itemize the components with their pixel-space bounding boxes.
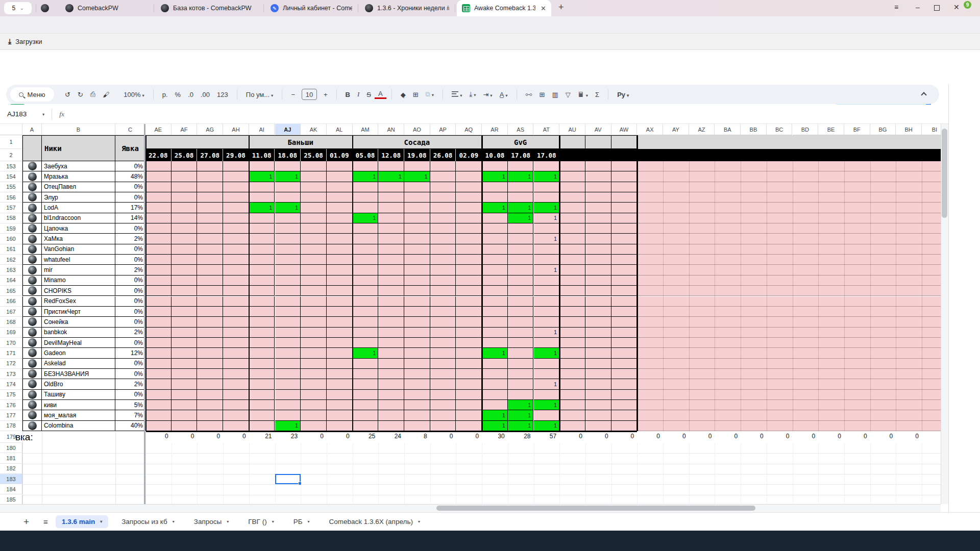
column-header-AV[interactable]: AV xyxy=(585,124,611,135)
attendance-cell[interactable] xyxy=(534,286,560,296)
attendance-pct-cell[interactable]: 12% xyxy=(115,348,145,358)
attendance-cell[interactable] xyxy=(585,369,611,379)
attendance-cell[interactable] xyxy=(534,182,560,192)
summary-value[interactable]: 24 xyxy=(378,433,401,440)
attendance-cell[interactable] xyxy=(301,421,327,431)
selected-cell[interactable] xyxy=(275,474,301,484)
attendance-cell[interactable] xyxy=(327,244,353,255)
attendance-cell[interactable] xyxy=(172,286,198,296)
attendance-cell[interactable] xyxy=(404,182,430,192)
avatar-cell[interactable] xyxy=(22,213,42,223)
attendance-pct-cell[interactable]: 0% xyxy=(115,192,145,203)
attendance-cell[interactable] xyxy=(275,328,301,338)
merge-cells-button[interactable]: ⧉▾ xyxy=(422,90,438,98)
horizontal-scrollbar-thumb[interactable] xyxy=(436,506,755,511)
attendance-cell[interactable] xyxy=(559,379,585,389)
attendance-cell[interactable] xyxy=(197,182,223,192)
attendance-cell[interactable] xyxy=(585,171,611,182)
attendance-cell[interactable] xyxy=(430,223,456,234)
date-header[interactable]: 17.08 xyxy=(534,149,560,161)
attendance-cell[interactable] xyxy=(223,317,249,327)
avatar-cell[interactable] xyxy=(22,348,42,358)
attendance-cell[interactable] xyxy=(145,182,172,192)
attendance-cell[interactable] xyxy=(404,390,430,400)
sheet-tab[interactable]: Запросы из кб▾ xyxy=(115,515,181,528)
row-header-159[interactable]: 159 xyxy=(0,223,22,234)
summary-value[interactable]: 0 xyxy=(145,433,168,440)
attendance-cell[interactable] xyxy=(249,255,275,265)
attendance-cell[interactable] xyxy=(585,286,611,296)
column-header-AU[interactable]: AU xyxy=(559,124,585,135)
attendance-cell[interactable] xyxy=(456,307,482,317)
player-name-cell[interactable]: Minamo xyxy=(42,276,115,286)
attendance-cell[interactable] xyxy=(585,379,611,389)
name-box-chevron-icon[interactable]: ▾ xyxy=(42,112,44,117)
date-header[interactable]: 25.08 xyxy=(172,149,198,161)
attendance-cell[interactable] xyxy=(508,161,534,171)
attendance-cell[interactable] xyxy=(275,359,301,369)
attendance-cell[interactable] xyxy=(353,192,379,203)
attendance-pct-cell[interactable]: 0% xyxy=(115,255,145,265)
avatar-cell[interactable] xyxy=(22,317,42,327)
attendance-cell[interactable] xyxy=(508,223,534,234)
row-header-158[interactable]: 158 xyxy=(0,213,22,223)
attendance-cell[interactable] xyxy=(482,400,508,410)
attendance-cell[interactable] xyxy=(275,369,301,379)
attendance-cell[interactable] xyxy=(508,182,534,192)
row-header-166[interactable]: 166 xyxy=(0,296,22,307)
insert-comment-button[interactable]: ⊞ xyxy=(536,91,549,98)
attendance-cell[interactable] xyxy=(249,213,275,223)
attendance-cell[interactable] xyxy=(585,328,611,338)
attendance-cell[interactable] xyxy=(534,161,560,171)
browser-tab[interactable]: База котов - ComebackPW xyxy=(156,0,263,16)
attendance-cell-present[interactable]: 1 xyxy=(534,400,560,410)
summary-value[interactable]: 25 xyxy=(353,433,376,440)
attendance-cell-present[interactable]: 1 xyxy=(275,203,301,213)
attendance-cell[interactable] xyxy=(611,296,638,307)
attendance-cell[interactable] xyxy=(559,390,585,400)
attendance-cell[interactable] xyxy=(404,307,430,317)
attendance-cell[interactable] xyxy=(249,317,275,327)
row-header-177[interactable]: 177 xyxy=(0,410,22,420)
avatar-cell[interactable] xyxy=(22,255,42,265)
attendance-cell[interactable] xyxy=(559,223,585,234)
increase-font-button[interactable]: + xyxy=(320,91,331,98)
attendance-cell[interactable] xyxy=(223,348,249,358)
attendance-cell[interactable] xyxy=(482,328,508,338)
avatar-cell[interactable] xyxy=(22,203,42,213)
attendance-cell[interactable] xyxy=(275,307,301,317)
attendance-cell[interactable] xyxy=(249,296,275,307)
attendance-cell[interactable] xyxy=(223,379,249,389)
attendance-cell[interactable] xyxy=(145,213,172,223)
attendance-cell[interactable] xyxy=(301,244,327,255)
attendance-cell[interactable] xyxy=(223,296,249,307)
attendance-cell[interactable] xyxy=(301,359,327,369)
attendance-cell[interactable] xyxy=(197,307,223,317)
column-header-AK[interactable]: AK xyxy=(301,124,327,135)
attendance-cell[interactable] xyxy=(197,255,223,265)
attendance-cell[interactable] xyxy=(223,213,249,223)
attendance-cell[interactable] xyxy=(223,161,249,171)
row-header-180[interactable]: 180 xyxy=(0,443,22,453)
attendance-cell[interactable] xyxy=(249,182,275,192)
summary-value[interactable]: 0 xyxy=(559,433,582,440)
attendance-cell[interactable] xyxy=(585,182,611,192)
attendance-cell[interactable] xyxy=(275,400,301,410)
row-header-160[interactable]: 160 xyxy=(0,234,22,244)
all-sheets-button[interactable]: ≡ xyxy=(43,517,48,526)
player-name-cell[interactable]: CHOPIKS xyxy=(42,286,115,296)
attendance-cell[interactable] xyxy=(249,223,275,234)
date-header[interactable]: 12.08 xyxy=(378,149,404,161)
attendance-cell[interactable] xyxy=(275,192,301,203)
attendance-cell-present[interactable]: 1 xyxy=(249,203,275,213)
attendance-cell[interactable] xyxy=(559,410,585,420)
attendance-cell[interactable] xyxy=(611,317,638,327)
attendance-cell[interactable] xyxy=(197,265,223,275)
attendance-cell[interactable] xyxy=(559,421,585,431)
attendance-cell[interactable] xyxy=(611,369,638,379)
row-header-171[interactable]: 171 xyxy=(0,348,22,358)
strikethrough-button[interactable]: S xyxy=(363,91,375,98)
column-header-C[interactable]: C xyxy=(115,124,145,135)
attendance-cell[interactable] xyxy=(378,286,404,296)
print-button[interactable]: ⎙ xyxy=(87,90,99,98)
